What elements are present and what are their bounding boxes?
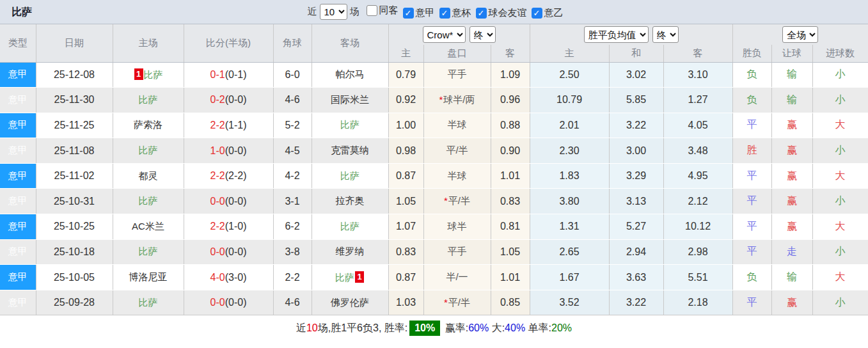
checkbox-label: 同客 <box>379 4 398 17</box>
summary-segment: 单率: <box>525 322 551 335</box>
result-outcome: 负 <box>732 88 771 113</box>
crow-handicap: 平/半 <box>423 138 491 164</box>
crow-handicap: *平/半 <box>423 290 491 315</box>
table-row: 意甲25-11-30比萨0-2(0-0)4-6国际米兰0.92*球半/两0.96… <box>0 88 868 113</box>
away-team-cell: 维罗纳 <box>312 239 388 265</box>
page-title: 比萨 <box>12 6 32 19</box>
avg-away-odds: 2.18 <box>663 290 732 315</box>
col-header-crow-away: 客 <box>491 45 530 62</box>
recent-count-select[interactable]: 10 <box>320 4 347 20</box>
corners-cell: 2-2 <box>273 265 312 290</box>
result-outcome: 平 <box>732 189 771 214</box>
filter-checkbox-club-friendly[interactable]: ✓球会友谊 <box>476 7 527 19</box>
date-cell: 25-11-02 <box>36 163 113 189</box>
date-cell: 25-11-08 <box>36 138 113 164</box>
away-team-cell: 比萨 <box>312 214 388 240</box>
result-outcome: 平 <box>732 239 771 265</box>
crow-away-odds: 0.96 <box>491 88 530 113</box>
corners-cell: 3-1 <box>273 189 312 214</box>
corners-cell: 4-6 <box>273 88 312 113</box>
crow-home-odds: 1.03 <box>388 290 423 315</box>
fullmatch-select[interactable]: 全场 <box>782 26 818 43</box>
result-goals: 大 <box>812 113 868 138</box>
result-outcome: 平 <box>732 113 771 138</box>
table-row: 意甲25-11-25萨索洛2-2(1-1)5-2比萨1.00半球0.882.01… <box>0 113 868 138</box>
score-cell: 4-0(3-0) <box>184 265 273 290</box>
league-cell: 意甲 <box>0 189 36 214</box>
avg-draw-odds: 3.22 <box>609 113 663 138</box>
avg-away-odds: 3.10 <box>663 62 732 88</box>
result-outcome: 平 <box>732 290 771 315</box>
home-team-cell: 比萨 <box>113 88 184 113</box>
checkbox-icon: ✓ <box>476 8 487 19</box>
crow-home-odds: 1.07 <box>388 214 423 240</box>
corners-cell: 3-8 <box>273 239 312 265</box>
crow-handicap: *球半/两 <box>423 88 491 113</box>
crow-away-odds: 0.81 <box>491 214 530 240</box>
result-handicap: 输 <box>771 265 812 290</box>
summary-segment: 20% <box>551 322 572 334</box>
away-team-cell: 克雷莫纳 <box>312 138 388 164</box>
avg-away-odds: 3.48 <box>663 138 732 164</box>
summary-segment: 60% <box>468 322 489 334</box>
score-cell: 0-2(0-0) <box>184 88 273 113</box>
corners-cell: 6-2 <box>273 214 312 240</box>
result-handicap: 输 <box>771 88 812 113</box>
games-label: 场 <box>350 6 359 18</box>
result-handicap: 输 <box>771 62 812 88</box>
league-cell: 意甲 <box>0 265 36 290</box>
avg-home-odds: 2.50 <box>530 62 609 88</box>
avg-away-odds: 2.12 <box>663 189 732 214</box>
avg-away-odds: 5.51 <box>663 265 732 290</box>
league-cell: 意甲 <box>0 62 36 88</box>
checkbox-icon: ✓ <box>439 8 450 19</box>
result-goals: 大 <box>812 163 868 189</box>
score-cell: 0-1(0-1) <box>184 62 273 88</box>
avg-away-odds: 4.95 <box>663 163 732 189</box>
avg-away-odds: 1.27 <box>663 88 732 113</box>
crow-away-odds: 1.05 <box>491 239 530 265</box>
summary-bar: 近10场,胜1平6负3, 胜率:10% 赢率:60% 大:40% 单率:20% <box>0 315 868 341</box>
away-team-cell: 比萨 <box>312 113 388 138</box>
result-handicap: 赢 <box>771 113 812 138</box>
checkbox-label: 意乙 <box>544 7 564 19</box>
checkbox-label: 意甲 <box>416 7 435 19</box>
crow-away-odds: 0.88 <box>491 113 530 138</box>
red-marker-badge: 1 <box>134 68 143 80</box>
filter-checkbox-serie-b[interactable]: ✓意乙 <box>532 7 564 19</box>
score-cell: 2-2(1-0) <box>184 214 273 240</box>
checkbox-label: 意杯 <box>452 7 471 19</box>
avg-home-odds: 1.67 <box>530 265 609 290</box>
col-header-result-goals: 进球数 <box>812 45 868 62</box>
corners-cell: 5-2 <box>273 113 312 138</box>
avg-draw-odds: 2.94 <box>609 239 663 265</box>
result-handicap: 赢 <box>771 189 812 214</box>
home-team-cell: 萨索洛 <box>113 113 184 138</box>
col-header-home: 主场 <box>113 24 184 62</box>
odds-company-final-select[interactable]: 终 <box>470 26 496 43</box>
avg-type-select[interactable]: 胜平负均值 <box>584 26 649 43</box>
home-team-cell: 比萨 <box>113 138 184 164</box>
date-cell: 25-12-08 <box>36 62 113 88</box>
filter-checkbox-same-opponent[interactable]: 同客 <box>367 4 398 17</box>
col-header-result-outcome: 胜负 <box>732 45 771 62</box>
away-team-cell: 比萨 <box>312 163 388 189</box>
score-cell: 0-0(0-0) <box>184 239 273 265</box>
avg-final-select[interactable]: 终 <box>652 26 679 43</box>
summary-segment: 10% <box>409 320 440 336</box>
league-cell: 意甲 <box>0 239 36 265</box>
filter-checkbox-serie-a[interactable]: ✓意甲 <box>403 7 435 19</box>
col-header-away: 客场 <box>312 24 388 62</box>
odds-company-select[interactable]: Crow* <box>423 26 466 43</box>
crow-home-odds: 0.87 <box>388 163 423 189</box>
home-team-cell: 比萨 <box>113 239 184 265</box>
result-handicap: 赢 <box>771 163 812 189</box>
home-team-cell: 博洛尼亚 <box>113 265 184 290</box>
result-goals: 小 <box>812 239 868 265</box>
date-cell: 25-10-31 <box>36 189 113 214</box>
score-cell: 0-0(0-0) <box>184 189 273 214</box>
filter-checkbox-italy-cup[interactable]: ✓意杯 <box>439 7 471 19</box>
away-team-cell: 佛罗伦萨 <box>312 290 388 315</box>
table-row: 意甲25-12-081比萨0-1(0-1)6-0帕尔马0.79平手1.092.5… <box>0 62 868 88</box>
summary-segment: 10 <box>306 322 318 334</box>
